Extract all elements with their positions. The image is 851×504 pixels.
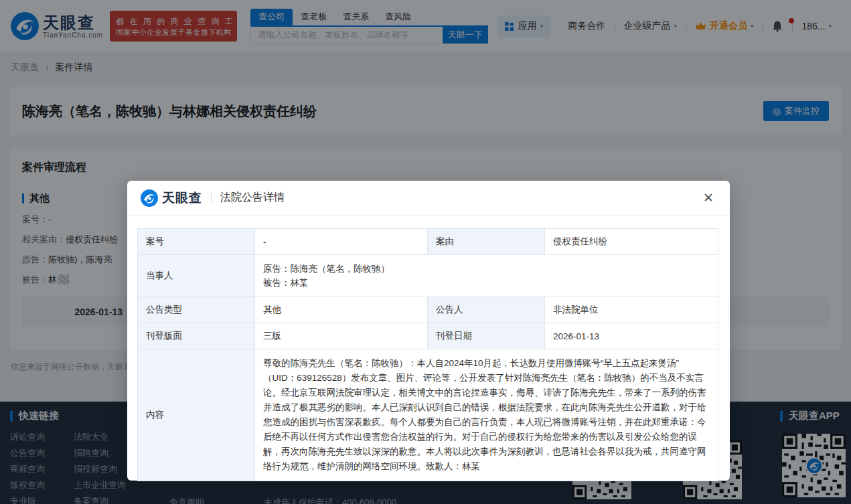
type-label-cell: 公告类型	[138, 297, 255, 323]
party-defendant: 被告：林某	[263, 276, 710, 290]
layout-label-cell: 刊登版面	[138, 323, 255, 349]
case-no-value-cell: -	[255, 229, 428, 255]
announcer-label-cell: 公告人	[428, 297, 545, 323]
modal-title: 法院公告详情	[220, 191, 285, 205]
date-label-cell: 刊登日期	[428, 323, 545, 349]
table-row: 当事人 原告：陈海亮（笔名，陈牧驰） 被告：林某	[138, 255, 718, 297]
cause-value-cell: 侵权责任纠纷	[545, 229, 718, 255]
page: 天眼查 TianYanCha.com 都 在 用 的 商 业 查 询 工 具 国…	[0, 0, 851, 504]
table-row: 公告类型 其他 公告人 非法院单位	[138, 297, 718, 323]
announcer-value-cell: 非法院单位	[545, 297, 718, 323]
modal-body: 案号 - 案由 侵权责任纠纷 当事人 原告：陈海亮（笔名，陈牧驰） 被告：林某 …	[127, 216, 730, 481]
table-row: 刊登版面 三版 刊登日期 2026-01-13	[138, 323, 718, 349]
close-icon: ✕	[703, 191, 714, 205]
case-no-label-cell: 案号	[138, 229, 255, 255]
layout-value-cell: 三版	[255, 323, 428, 349]
table-row: 案号 - 案由 侵权责任纠纷	[138, 229, 718, 255]
court-announcement-modal: 天眼查 法院公告详情 ✕ 案号 - 案由 侵权责任纠纷 当事人 原告：陈海亮（	[127, 181, 730, 481]
date-value-cell: 2026-01-13	[545, 323, 718, 349]
content-label-cell: 内容	[138, 349, 255, 481]
type-value-cell: 其他	[255, 297, 428, 323]
announcement-detail-table: 案号 - 案由 侵权责任纠纷 当事人 原告：陈海亮（笔名，陈牧驰） 被告：林某 …	[137, 228, 718, 481]
modal-header: 天眼查 法院公告详情 ✕	[127, 181, 730, 216]
divider	[211, 192, 212, 204]
modal-brand: 天眼查	[162, 189, 202, 207]
modal-close-button[interactable]: ✕	[700, 189, 716, 207]
party-plaintiff: 原告：陈海亮（笔名，陈牧驰）	[263, 262, 710, 276]
content-value-cell: 尊敬的陈海亮先生（笔名：陈牧驰）：本人自2024年10月起，长达数月使用微博账号…	[255, 349, 718, 481]
party-value-cell: 原告：陈海亮（笔名，陈牧驰） 被告：林某	[255, 255, 718, 297]
modal-logo-icon	[141, 189, 158, 207]
cause-label-cell: 案由	[428, 229, 545, 255]
party-label-cell: 当事人	[138, 255, 255, 297]
table-row: 内容 尊敬的陈海亮先生（笔名：陈牧驰）：本人自2024年10月起，长达数月使用微…	[138, 349, 718, 481]
